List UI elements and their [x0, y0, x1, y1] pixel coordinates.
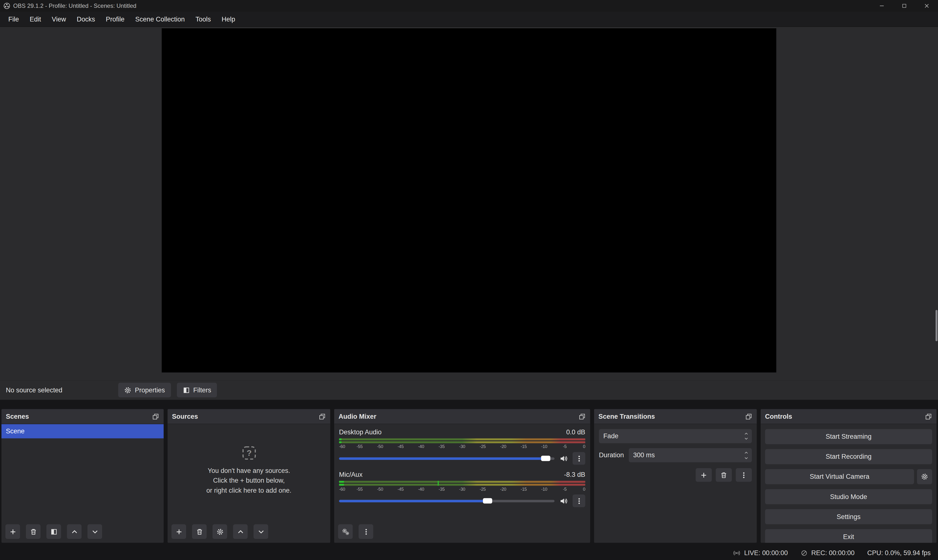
add-source-button[interactable]	[171, 525, 186, 539]
window-controls	[871, 0, 938, 12]
menu-item-docks[interactable]: Docks	[71, 13, 100, 25]
scene-item[interactable]: Scene	[2, 424, 164, 438]
scenes-popout-button[interactable]	[152, 412, 159, 420]
meter-active-level	[339, 481, 344, 483]
meter-tick-label: -10	[541, 444, 547, 449]
menu-item-view[interactable]: View	[46, 13, 71, 25]
channel-controls	[339, 452, 585, 465]
meter-tick-label: -35	[438, 444, 445, 449]
audio-mixer-popout-button[interactable]	[579, 412, 586, 420]
channel-options-button[interactable]	[573, 452, 585, 465]
scene-list: Scene	[2, 424, 164, 438]
properties-button[interactable]: Properties	[118, 383, 171, 397]
dock-area: Scenes Scene Sources	[0, 406, 938, 546]
virtual-camera-settings-button[interactable]	[917, 469, 932, 484]
volume-slider[interactable]	[339, 452, 554, 465]
duration-spinbox[interactable]: 300 ms	[629, 448, 752, 462]
speaker-icon	[560, 497, 568, 505]
start-streaming-button[interactable]: Start Streaming	[765, 429, 932, 444]
add-transition-button[interactable]	[696, 468, 712, 482]
controls-popout-button[interactable]	[925, 412, 932, 420]
meter-tick-label: -45	[398, 444, 404, 449]
filters-button[interactable]: Filters	[177, 383, 217, 397]
preview-area	[0, 27, 938, 380]
slider-fill	[339, 457, 546, 460]
program-canvas[interactable]	[162, 28, 776, 372]
channel-name: Desktop Audio	[339, 428, 381, 436]
performance-stats: CPU: 0.0%, 59.94 fps	[867, 549, 931, 557]
minimize-button[interactable]	[871, 0, 893, 12]
meter-tick-label: -60	[339, 486, 345, 491]
scene-transitions-panel-title: Scene Transitions	[599, 412, 655, 420]
scrollbar-thumb[interactable]	[936, 310, 938, 341]
controls-panel-header: Controls	[761, 409, 936, 424]
volume-meter: -60-55-50-45-40-35-30-25-20-15-10-50	[339, 438, 585, 450]
rec-status: REC: 00:00:00	[801, 549, 855, 557]
start-recording-button[interactable]: Start Recording	[765, 449, 932, 464]
move-source-up-button[interactable]	[233, 525, 248, 539]
scene-transitions-popout-button[interactable]	[745, 412, 753, 420]
mixer-channel-desktop-audio: Desktop Audio 0.0 dB -60-55-50-45-40-35-…	[339, 428, 585, 465]
remove-scene-button[interactable]	[26, 525, 40, 539]
trash-icon	[720, 471, 728, 478]
kebab-icon	[575, 497, 583, 505]
rec-status-text: REC: 00:00:00	[811, 549, 855, 557]
sources-toolbar	[168, 522, 330, 543]
transition-selected-value: Fade	[603, 432, 619, 440]
channel-options-button[interactable]	[573, 495, 585, 507]
sources-popout-button[interactable]	[318, 412, 326, 420]
transition-options-button[interactable]	[736, 468, 752, 482]
chevron-down-icon	[257, 528, 264, 535]
sources-panel-title: Sources	[172, 412, 198, 420]
sources-empty-line: You don't have any sources.	[208, 466, 290, 476]
menu-item-help[interactable]: Help	[216, 13, 241, 25]
slider-fill	[339, 500, 488, 502]
volume-slider[interactable]	[339, 495, 554, 507]
meter-tick-label: -50	[377, 486, 383, 491]
popout-icon	[745, 412, 753, 420]
remove-source-button[interactable]	[192, 525, 207, 539]
combo-arrows-icon	[742, 431, 752, 441]
record-slash-icon	[801, 549, 807, 556]
duration-spin-down-button[interactable]	[744, 455, 748, 460]
meter-scale: -60-55-50-45-40-35-30-25-20-15-10-50	[339, 486, 585, 492]
exit-button[interactable]: Exit	[765, 529, 932, 543]
remove-transition-button[interactable]	[716, 468, 732, 482]
meter-tick-label: -60	[339, 444, 345, 449]
meter-scale: -60-55-50-45-40-35-30-25-20-15-10-50	[339, 444, 585, 450]
menu-item-tools[interactable]: Tools	[190, 13, 216, 25]
controls-body: Start Streaming Start Recording Start Vi…	[761, 424, 936, 543]
mixer-channel-mic-aux: Mic/Aux -8.3 dB -60-55-50-45-40-35-30-25…	[339, 471, 585, 507]
gear-icon	[216, 528, 224, 535]
slider-handle[interactable]	[541, 455, 551, 461]
slider-handle[interactable]	[483, 498, 492, 504]
mute-button[interactable]	[560, 454, 568, 462]
transition-select[interactable]: Fade	[599, 429, 752, 443]
maximize-button[interactable]	[893, 0, 916, 12]
move-scene-down-button[interactable]	[88, 525, 102, 539]
menu-item-edit[interactable]: Edit	[25, 13, 47, 25]
filter-icon	[182, 386, 190, 394]
duration-spin-up-button[interactable]	[744, 450, 748, 455]
meter-tick-label: 0	[583, 486, 585, 491]
mute-button[interactable]	[560, 497, 568, 505]
source-properties-button[interactable]	[213, 525, 227, 539]
popout-icon	[925, 412, 932, 420]
menu-item-scene-collection[interactable]: Scene Collection	[130, 13, 190, 25]
settings-button[interactable]: Settings	[765, 509, 932, 525]
start-virtual-camera-button[interactable]: Start Virtual Camera	[765, 469, 914, 484]
move-scene-up-button[interactable]	[67, 525, 82, 539]
mixer-options-button[interactable]	[358, 525, 373, 539]
sources-empty-state[interactable]: You don't have any sources. Click the + …	[168, 424, 330, 522]
obs-window: OBS 29.1.2 - Profile: Untitled - Scenes:…	[0, 0, 938, 560]
menu-item-file[interactable]: File	[3, 13, 25, 25]
close-button[interactable]	[916, 0, 938, 12]
add-scene-button[interactable]	[5, 525, 20, 539]
move-source-down-button[interactable]	[253, 525, 268, 539]
menu-item-profile[interactable]: Profile	[100, 13, 130, 25]
spinner-arrows	[742, 450, 752, 460]
advanced-audio-button[interactable]	[338, 525, 353, 539]
studio-mode-button[interactable]: Studio Mode	[765, 489, 932, 505]
meter-tick-label: -15	[521, 486, 527, 491]
scene-filters-button[interactable]	[46, 525, 61, 539]
